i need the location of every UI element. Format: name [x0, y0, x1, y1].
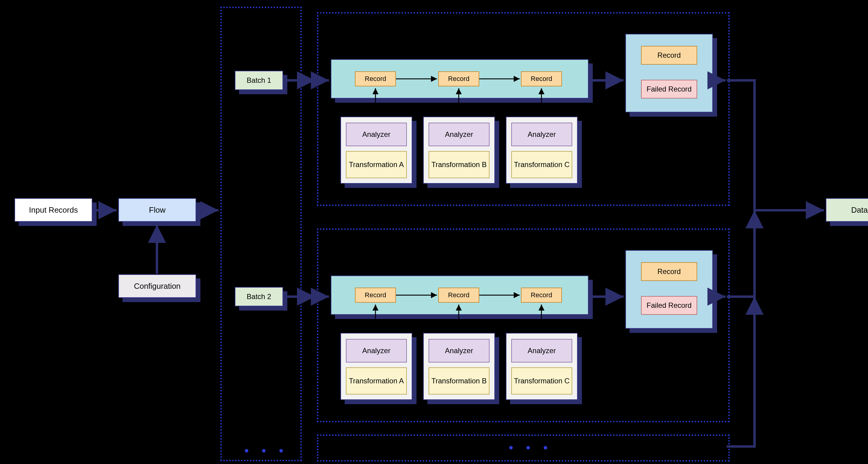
p2-step-3-analyzer: Analyzer	[511, 339, 572, 362]
pipeline1-label: Flow Pipeline	[331, 51, 374, 59]
p1-step-3: Analyzer Transformation C	[506, 117, 578, 184]
p1-step-1-analyzer: Analyzer	[346, 123, 407, 146]
p2-record-1: Record	[355, 288, 396, 303]
flow-box: Flow	[118, 198, 196, 222]
result1-label: Flow Pipeline Result	[626, 25, 692, 34]
configuration-box: Configuration	[118, 274, 196, 298]
p2-record-3: Record	[521, 288, 562, 303]
p2-step-3: Analyzer Transformation C	[506, 333, 578, 400]
process2-label: Process 2	[324, 233, 356, 241]
p1-step-1: Analyzer Transformation A	[340, 117, 412, 184]
p2-step-1-analyzer: Analyzer	[346, 339, 407, 362]
process1-label: Process 1	[324, 16, 356, 25]
dataset-box: Dataset	[826, 198, 868, 222]
p1-record-1: Record	[355, 71, 396, 86]
result1-box	[625, 34, 713, 112]
pipeline2-label: Flow Pipeline	[331, 267, 374, 276]
batch-ellipsis: • • •	[245, 444, 288, 458]
batch1-box: Batch 1	[235, 71, 283, 90]
result2-failed: Failed Record	[641, 296, 697, 315]
result2-box	[625, 250, 713, 329]
p2-step-1: Analyzer Transformation A	[340, 333, 412, 400]
p2-record-2: Record	[438, 288, 479, 303]
p1-step-1-transform: Transformation A	[346, 151, 407, 178]
p2-step-2-analyzer: Analyzer	[429, 339, 490, 362]
p2-step-2: Analyzer Transformation B	[423, 333, 495, 400]
input-records-box: Input Records	[14, 198, 92, 222]
p2-step-1-transform: Transformation A	[346, 367, 407, 395]
result1-record: Record	[641, 46, 697, 65]
result1-failed: Failed Record	[641, 80, 697, 98]
result2-label: Flow Pipeline Result	[626, 242, 692, 250]
p2-step-3-transform: Transformation C	[511, 367, 572, 395]
p1-record-3: Record	[521, 71, 562, 86]
batch2-box: Batch 2	[235, 287, 283, 306]
p1-record-2: Record	[438, 71, 479, 86]
p1-step-2: Analyzer Transformation B	[423, 117, 495, 184]
process-ellipsis: • • •	[509, 441, 552, 455]
p1-step-2-analyzer: Analyzer	[429, 123, 490, 146]
p1-step-3-transform: Transformation C	[511, 151, 572, 178]
result2-record: Record	[641, 262, 697, 281]
p1-step-2-transform: Transformation B	[429, 151, 490, 178]
p1-step-3-analyzer: Analyzer	[511, 123, 572, 146]
p2-step-2-transform: Transformation B	[429, 367, 490, 395]
